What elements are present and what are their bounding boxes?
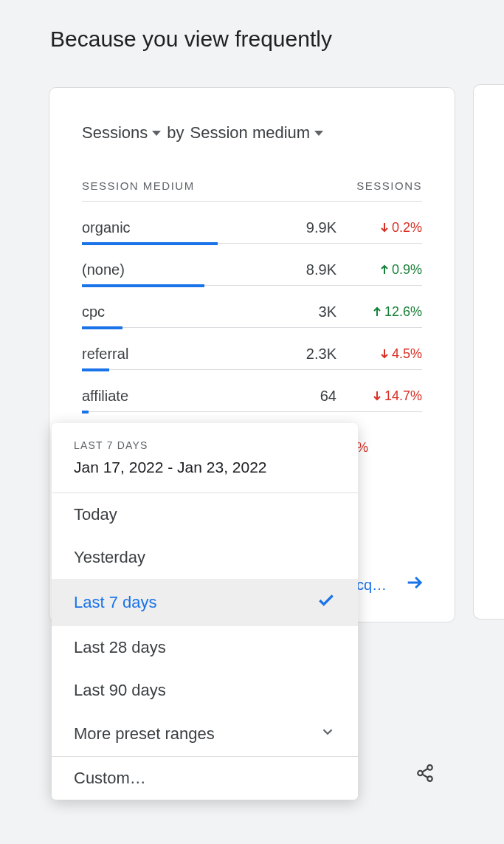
row-value: 64 — [292, 388, 336, 405]
caret-down-icon — [152, 131, 161, 136]
table-row[interactable]: referral2.3K4.5% — [82, 328, 422, 370]
arrow-up-icon — [380, 264, 389, 275]
column-header-metric: SESSIONS — [356, 179, 422, 192]
metric-label: Sessions — [82, 123, 148, 143]
option-label: Last 7 days — [74, 593, 157, 612]
section-heading: Because you view frequently — [0, 0, 504, 52]
adjacent-card-sliver — [473, 84, 504, 620]
option-label: Today — [74, 505, 117, 524]
row-label: affiliate — [82, 388, 128, 405]
date-range-options: TodayYesterdayLast 7 daysLast 28 daysLas… — [52, 493, 358, 800]
date-range-option[interactable]: Custom… — [52, 757, 358, 800]
table-column-headers: SESSION MEDIUM SESSIONS — [82, 179, 422, 202]
date-range-option[interactable]: Last 90 days — [52, 669, 358, 712]
date-range-subtitle: LAST 7 DAYS — [74, 439, 336, 451]
date-range-popover: LAST 7 DAYS Jan 17, 2022 - Jan 23, 2022 … — [52, 423, 358, 800]
svg-point-2 — [427, 776, 432, 781]
row-delta: 0.2% — [351, 220, 422, 236]
row-value: 2.3K — [292, 346, 336, 363]
metric-dropdown[interactable]: Sessions — [82, 123, 161, 143]
row-delta: 0.9% — [351, 262, 422, 278]
date-range-option[interactable]: Last 7 days — [52, 579, 358, 626]
view-report-link[interactable]: cq… — [356, 572, 425, 598]
arrow-right-icon — [404, 572, 425, 598]
table-row[interactable]: (none)8.9K0.9% — [82, 244, 422, 286]
row-label: organic — [82, 219, 131, 236]
column-header-dimension: SESSION MEDIUM — [82, 179, 195, 192]
bar-indicator — [82, 411, 89, 414]
option-label: Custom… — [74, 769, 146, 788]
arrow-down-icon — [380, 222, 389, 233]
table-row[interactable]: cpc3K12.6% — [82, 286, 422, 328]
option-label: Yesterday — [74, 548, 145, 567]
by-label: by — [167, 123, 184, 143]
row-label: (none) — [82, 261, 125, 278]
table-body: organic9.9K0.2%(none)8.9K0.9%cpc3K12.6%r… — [82, 202, 422, 412]
arrow-down-icon — [373, 391, 382, 401]
link-text: cq… — [356, 577, 387, 594]
row-delta: 12.6% — [351, 304, 422, 320]
svg-point-1 — [418, 771, 423, 776]
date-range-value: Jan 17, 2022 - Jan 23, 2022 — [74, 459, 336, 476]
share-icon[interactable] — [415, 764, 435, 786]
row-label: referral — [82, 346, 128, 363]
arrow-down-icon — [380, 349, 389, 359]
option-label: Last 90 days — [74, 681, 166, 700]
date-range-option[interactable]: More preset ranges — [52, 712, 358, 756]
check-icon — [317, 591, 336, 614]
option-label: Last 28 days — [74, 638, 166, 657]
row-delta: 4.5% — [351, 346, 422, 362]
table-row[interactable]: organic9.9K0.2% — [82, 202, 422, 244]
table-row[interactable]: affiliate6414.7% — [82, 370, 422, 412]
date-range-option[interactable]: Yesterday — [52, 536, 358, 579]
svg-point-0 — [427, 765, 432, 770]
date-range-option[interactable]: Today — [52, 493, 358, 536]
row-value: 9.9K — [292, 219, 336, 236]
date-range-header: LAST 7 DAYS Jan 17, 2022 - Jan 23, 2022 — [52, 423, 358, 493]
arrow-up-icon — [373, 306, 382, 317]
chevron-down-icon — [320, 724, 336, 744]
caret-down-icon — [314, 131, 323, 136]
row-label: cpc — [82, 303, 105, 320]
row-delta: 14.7% — [351, 388, 422, 404]
card-header: Sessions by Session medium — [82, 123, 422, 143]
option-label: More preset ranges — [74, 724, 215, 744]
row-value: 3K — [292, 303, 336, 320]
dimension-dropdown[interactable]: Session medium — [190, 123, 324, 143]
date-range-option[interactable]: Last 28 days — [52, 626, 358, 669]
dimension-label: Session medium — [190, 123, 311, 143]
row-value: 8.9K — [292, 261, 336, 278]
